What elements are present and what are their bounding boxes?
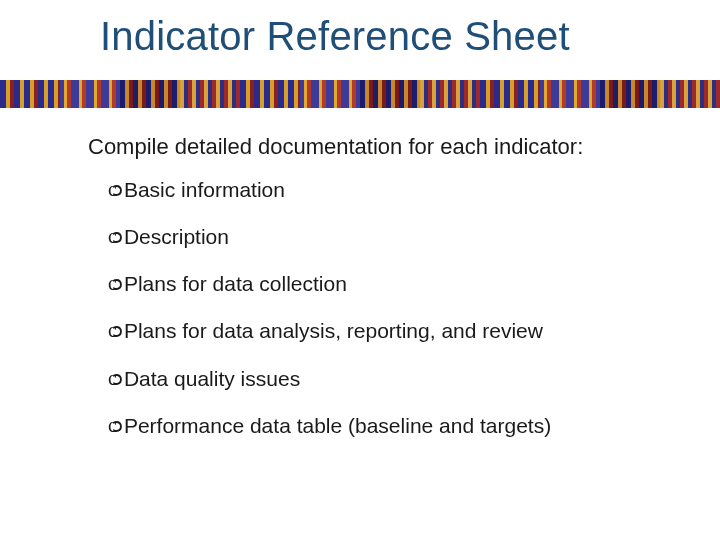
list-item: cↄ Basic information bbox=[108, 178, 648, 202]
list-item: cↄ Description bbox=[108, 225, 648, 249]
bullet-list: cↄ Basic information cↄ Description cↄ P… bbox=[108, 178, 648, 461]
slide-title: Indicator Reference Sheet bbox=[100, 14, 570, 59]
bullet-text: Performance data table (baseline and tar… bbox=[124, 414, 551, 438]
list-item: cↄ Performance data table (baseline and … bbox=[108, 414, 648, 438]
bullet-glyph-icon: cↄ bbox=[108, 178, 118, 201]
bullet-text: Plans for data collection bbox=[124, 272, 347, 296]
bullet-text: Data quality issues bbox=[124, 367, 300, 391]
bullet-glyph-icon: cↄ bbox=[108, 319, 118, 342]
slide-subtitle: Compile detailed documentation for each … bbox=[88, 134, 583, 160]
list-item: cↄ Plans for data analysis, reporting, a… bbox=[108, 319, 648, 343]
list-item: cↄ Data quality issues bbox=[108, 367, 648, 391]
decorative-band bbox=[0, 80, 720, 108]
bullet-glyph-icon: cↄ bbox=[108, 272, 118, 295]
bullet-text: Description bbox=[124, 225, 229, 249]
bullet-text: Basic information bbox=[124, 178, 285, 202]
slide: Indicator Reference Sheet Compile detail… bbox=[0, 0, 720, 540]
bullet-text: Plans for data analysis, reporting, and … bbox=[124, 319, 543, 343]
bullet-glyph-icon: cↄ bbox=[108, 414, 118, 437]
bullet-glyph-icon: cↄ bbox=[108, 225, 118, 248]
bullet-glyph-icon: cↄ bbox=[108, 367, 118, 390]
list-item: cↄ Plans for data collection bbox=[108, 272, 648, 296]
